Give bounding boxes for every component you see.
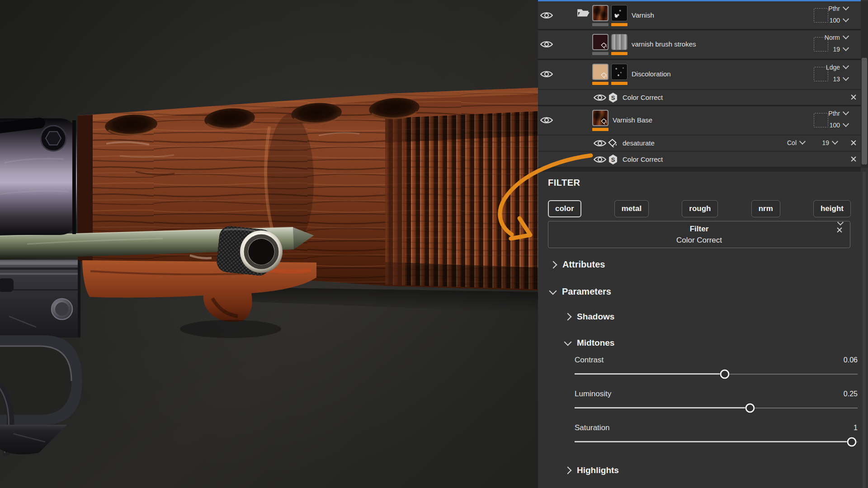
filter-name: Color Correct (623, 94, 663, 101)
remove-filter-icon[interactable] (836, 227, 843, 233)
channel-button-height[interactable]: height (813, 200, 851, 217)
fill-bucket-icon (601, 42, 607, 49)
opacity-dropdown[interactable]: 100 (830, 122, 848, 129)
opacity-dropdown[interactable]: 13 (833, 75, 848, 83)
sub-row-color-correct[interactable]: Color Correct (538, 90, 861, 106)
luminosity-slider[interactable] (575, 403, 858, 413)
layer-thumbnail[interactable] (592, 5, 609, 26)
remove-modifier-icon[interactable] (850, 140, 857, 146)
blend-mode-dropdown[interactable]: Ldge (826, 64, 848, 71)
smart-filter-icon (608, 154, 618, 165)
sub-row-desaturate[interactable]: desaturate Col 19 (538, 136, 861, 152)
layer-thumbnail[interactable] (592, 110, 609, 131)
remove-filter-icon[interactable] (850, 94, 857, 100)
highlights-header[interactable]: Highlights (565, 465, 861, 475)
mask-thumbnail[interactable] (611, 34, 627, 55)
param-luminosity: Luminosity 0.25 (575, 389, 858, 413)
channel-button-metal[interactable]: metal (614, 200, 649, 217)
layer-name: Varnish (632, 11, 654, 19)
opacity-dropdown[interactable]: 100 (830, 17, 848, 24)
visibility-eye-icon[interactable] (594, 155, 606, 164)
blend-mode-dropdown[interactable]: Norm (825, 34, 848, 41)
filter-section-title: FILTER (548, 178, 861, 188)
visibility-eye-icon[interactable] (540, 116, 553, 125)
chevron-down-icon (549, 287, 557, 295)
visibility-eye-icon[interactable] (594, 93, 606, 102)
saturation-value: 1 (854, 424, 858, 432)
midtones-header[interactable]: Midtones (565, 338, 861, 348)
saturation-slider[interactable] (575, 436, 858, 447)
layer-thumbnail[interactable] (592, 34, 609, 55)
filter-box-value: Color Correct (548, 236, 850, 245)
layer-name: Discoloration (632, 70, 671, 78)
slider-knob[interactable] (745, 404, 755, 413)
mask-placeholder[interactable] (814, 8, 828, 23)
blend-mode-dropdown[interactable]: Pthr (828, 110, 848, 117)
shadows-header[interactable]: Shadows (565, 312, 861, 322)
channel-buttons: color metal rough nrm height (548, 200, 851, 217)
parameters-header[interactable]: Parameters (550, 286, 861, 297)
mask-thumbnail[interactable] (611, 64, 627, 85)
visibility-eye-icon[interactable] (540, 70, 553, 79)
layer-row-varnish-brush-strokes[interactable]: varnish brush strokes Norm 19 (538, 30, 861, 60)
layer-thumbnail[interactable] (592, 64, 609, 85)
slider-knob[interactable] (847, 437, 857, 447)
viewport-3d[interactable] (0, 0, 538, 488)
midtones-parameters: Contrast 0.06 Luminosity 0.25 Saturati (575, 356, 858, 447)
modifier-blend-dropdown[interactable]: Col (787, 139, 805, 146)
chevron-down-icon (564, 338, 572, 346)
layer-name: Varnish Base (613, 116, 652, 124)
param-contrast: Contrast 0.06 (575, 356, 858, 380)
channel-button-nrm[interactable]: nrm (751, 200, 780, 217)
channel-button-color[interactable]: color (548, 200, 581, 217)
fill-bucket-icon (601, 72, 607, 79)
layer-stack: Varnish Pthr 100 varnish brush strokes N… (538, 1, 861, 168)
contrast-value: 0.06 (844, 356, 858, 364)
blend-mode-dropdown[interactable]: Pthr (828, 5, 848, 12)
modifier-name: desaturate (623, 139, 655, 147)
visibility-eye-icon[interactable] (540, 40, 553, 49)
section-divider (538, 168, 861, 172)
layer-row-varnish-base[interactable]: Varnish Base Pthr 100 (538, 106, 861, 136)
slider-knob[interactable] (720, 370, 729, 379)
contrast-slider[interactable] (575, 369, 858, 380)
sub-row-color-correct-active[interactable]: Color Correct (538, 152, 861, 168)
luminosity-value: 0.25 (844, 390, 858, 398)
modifier-opacity-dropdown[interactable]: 19 (822, 139, 837, 146)
chevron-right-icon (550, 261, 557, 268)
param-saturation: Saturation 1 (575, 423, 858, 447)
filter-editor: FILTER color metal rough nrm height Filt… (538, 172, 861, 488)
visibility-eye-icon[interactable] (540, 11, 553, 20)
layers-scrollbar[interactable] (861, 1, 868, 168)
layer-name: varnish brush strokes (632, 40, 696, 48)
channel-button-rough[interactable]: rough (682, 200, 718, 217)
smart-filter-icon (608, 92, 618, 103)
mask-placeholder[interactable] (814, 113, 828, 127)
paint-bucket-icon (608, 138, 617, 149)
filter-box-title: Filter (548, 225, 850, 234)
chevron-right-icon (564, 467, 572, 474)
filter-name: Color Correct (623, 155, 663, 163)
filter-selector[interactable]: Filter Color Correct (548, 221, 850, 248)
layers-and-filter-panel: Varnish Pthr 100 varnish brush strokes N… (538, 0, 868, 488)
chevron-right-icon (564, 313, 572, 321)
visibility-eye-icon[interactable] (594, 139, 606, 148)
folder-icon (577, 7, 590, 18)
filter-scrollbar[interactable] (863, 172, 866, 488)
remove-filter-icon[interactable] (850, 156, 857, 162)
fill-bucket-icon (601, 118, 607, 125)
layer-row-discoloration[interactable]: Discoloration Ldge 13 (538, 60, 861, 90)
gun-render (0, 0, 538, 488)
attributes-header[interactable]: Attributes (551, 259, 861, 270)
mask-thumbnail[interactable] (611, 5, 627, 26)
layer-row-varnish[interactable]: Varnish Pthr 100 (538, 1, 861, 30)
opacity-dropdown[interactable]: 19 (833, 46, 848, 53)
